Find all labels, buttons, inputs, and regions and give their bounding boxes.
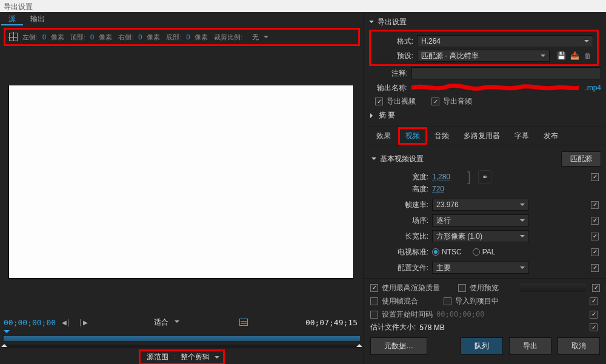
- crop-top-value[interactable]: 0: [88, 33, 96, 41]
- match-source-button[interactable]: 匹配源: [561, 151, 601, 167]
- preview-canvas[interactable]: [8, 85, 354, 279]
- source-output-tabs: 源 输出: [0, 12, 364, 25]
- tab-video[interactable]: 视频: [398, 127, 427, 145]
- tab-audio[interactable]: 音频: [427, 127, 456, 145]
- scrubber[interactable]: [0, 330, 364, 349]
- output-name-value[interactable]: [411, 83, 579, 93]
- metadata-button[interactable]: 元数据…: [370, 337, 427, 355]
- prev-frame-icon[interactable]: ◀│: [59, 319, 73, 326]
- export-video-label: 导出视频: [387, 96, 416, 107]
- profile-match-checkbox[interactable]: [591, 264, 599, 272]
- window-title-bar: 导出设置: [0, 0, 606, 12]
- crop-ratio-dropdown[interactable]: 无: [248, 32, 271, 42]
- link-bracket: ]: [467, 170, 471, 184]
- start-tc-checkbox[interactable]: [370, 311, 378, 319]
- ntsc-radio[interactable]: [432, 248, 439, 256]
- export-video-checkbox[interactable]: [375, 98, 383, 105]
- next-frame-icon[interactable]: │▶: [76, 319, 90, 326]
- aspect-match-checkbox[interactable]: [591, 233, 599, 240]
- preview-area: [0, 48, 364, 314]
- crop-top-unit: 像素: [99, 33, 112, 42]
- queue-button[interactable]: 队列: [461, 337, 503, 355]
- source-range-row: 源范围 : 整个剪辑: [0, 349, 364, 364]
- profile-dropdown[interactable]: 主要: [432, 262, 529, 274]
- timeline-controls: 00;00;00;00 ◀│ │▶ 适合 00;07;49;15: [0, 314, 364, 330]
- export-audio-checkbox[interactable]: [431, 98, 439, 105]
- row-check-d[interactable]: [590, 323, 598, 331]
- import-project-checkbox[interactable]: [444, 297, 451, 305]
- out-timecode[interactable]: 00;07;49;15: [305, 318, 358, 327]
- in-point-marker-icon[interactable]: [1, 341, 7, 347]
- width-value[interactable]: 1,280: [432, 173, 462, 181]
- frame-blend-checkbox[interactable]: [370, 297, 378, 305]
- scrollbar-thumb[interactable]: [519, 283, 586, 292]
- tab-mux[interactable]: 多路复用器: [456, 127, 507, 145]
- row-check-b[interactable]: [590, 297, 598, 305]
- source-range-label: 源范围: [147, 352, 168, 362]
- comment-label: 注释:: [369, 68, 408, 79]
- crop-bottom-unit: 像素: [195, 33, 208, 42]
- row-check-a[interactable]: [592, 284, 600, 292]
- tab-output[interactable]: 输出: [23, 12, 52, 25]
- crop-top-label: 顶部:: [70, 33, 85, 42]
- crop-right-unit: 像素: [147, 33, 160, 42]
- pal-radio[interactable]: [473, 248, 480, 256]
- tab-effect[interactable]: 效果: [369, 127, 398, 145]
- crop-bottom-label: 底部:: [166, 33, 181, 42]
- playhead-icon[interactable]: [4, 330, 10, 336]
- ntsc-label: NTSC: [442, 248, 462, 256]
- crop-left-value[interactable]: 0: [40, 33, 48, 41]
- width-label: 宽度:: [371, 172, 428, 182]
- start-tc-value[interactable]: 00;00;00;00: [436, 310, 484, 319]
- fps-dropdown[interactable]: 23.976: [432, 199, 529, 211]
- out-point-marker-icon[interactable]: [356, 341, 362, 347]
- preset-label: 预设:: [375, 51, 413, 61]
- crop-bottom-value[interactable]: 0: [184, 33, 192, 41]
- summary-header[interactable]: 摘 要: [369, 108, 601, 123]
- export-settings-title: 导出设置: [378, 17, 407, 27]
- save-preset-icon[interactable]: 💾: [556, 50, 567, 61]
- crop-icon[interactable]: [9, 33, 18, 41]
- width-height-match-checkbox[interactable]: [591, 173, 599, 181]
- tab-publish[interactable]: 发布: [536, 127, 565, 145]
- scrub-track[interactable]: [4, 336, 360, 341]
- preset-dropdown[interactable]: 匹配源 - 高比特率: [417, 50, 550, 62]
- basic-video-settings: 基本视频设置 匹配源 宽度: 1,280 ] ⚭ 高度: 720 帧速率: 23…: [364, 145, 606, 278]
- cancel-button[interactable]: 取消: [558, 337, 600, 355]
- field-order-match-checkbox[interactable]: [591, 217, 599, 225]
- tvstd-label: 电视标准:: [371, 247, 428, 257]
- row-check-c[interactable]: [590, 311, 598, 319]
- crop-ratio-label: 裁剪比例:: [214, 33, 242, 42]
- output-name-label: 输出名称:: [369, 83, 408, 93]
- export-settings-header[interactable]: 导出设置: [369, 15, 601, 30]
- twirl-down-icon: [371, 157, 376, 162]
- import-preset-icon[interactable]: 📥: [569, 50, 580, 61]
- aspect-dropdown[interactable]: 方形像素 (1.0): [432, 230, 529, 242]
- height-value[interactable]: 720: [432, 185, 462, 193]
- crop-right-value[interactable]: 0: [136, 33, 144, 41]
- export-button[interactable]: 导出: [509, 337, 551, 355]
- tab-caption[interactable]: 字幕: [507, 127, 536, 145]
- estimate-value: 578 MB: [419, 323, 444, 332]
- crop-left-unit: 像素: [51, 33, 64, 42]
- max-quality-checkbox[interactable]: [370, 284, 378, 292]
- delete-preset-icon[interactable]: 🗑: [582, 50, 593, 61]
- zoom-scrollbar[interactable]: [4, 345, 360, 348]
- fps-match-checkbox[interactable]: [591, 201, 599, 209]
- comment-input[interactable]: [411, 67, 601, 79]
- aspect-correction-icon[interactable]: [239, 319, 248, 326]
- action-bar: 元数据… 队列 导出 取消: [364, 334, 606, 357]
- source-range-dropdown[interactable]: 源范围 : 整个剪辑: [139, 349, 224, 365]
- left-panel: 源 输出 左侧: 0 像素 顶部: 0 像素 右侧: 0 像素 底部: 0 像素…: [0, 12, 364, 364]
- tvstd-match-checkbox[interactable]: [591, 248, 599, 256]
- use-preview-checkbox[interactable]: [458, 284, 466, 292]
- field-order-dropdown[interactable]: 逐行: [432, 214, 529, 227]
- link-dimensions-icon[interactable]: ⚭: [478, 170, 491, 184]
- profile-label: 配置文件:: [371, 263, 428, 273]
- window-title: 导出设置: [4, 2, 33, 11]
- source-range-sep: :: [173, 352, 175, 361]
- in-timecode[interactable]: 00;00;00;00: [4, 318, 56, 327]
- zoom-fit-dropdown[interactable]: 适合: [148, 317, 182, 328]
- format-dropdown[interactable]: H.264: [417, 35, 593, 47]
- tab-source[interactable]: 源: [1, 12, 23, 25]
